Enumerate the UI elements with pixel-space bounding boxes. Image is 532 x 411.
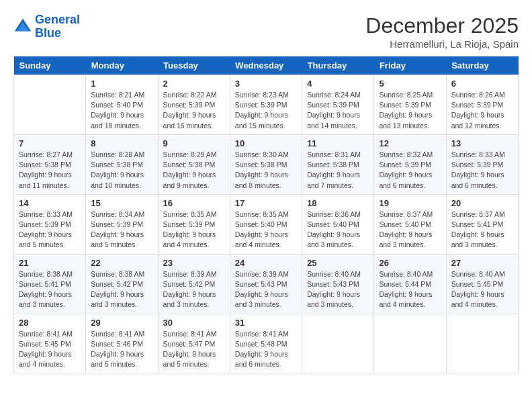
day-header-wednesday: Wednesday	[230, 56, 302, 75]
header-row: SundayMondayTuesdayWednesdayThursdayFrid…	[14, 56, 519, 75]
calendar-cell: 15Sunrise: 8:34 AM Sunset: 5:39 PM Dayli…	[86, 194, 158, 254]
calendar-cell: 7Sunrise: 8:27 AM Sunset: 5:38 PM Daylig…	[14, 134, 86, 194]
day-number: 19	[379, 198, 441, 208]
logo-text: General Blue	[35, 13, 80, 40]
day-header-sunday: Sunday	[14, 56, 86, 75]
day-number: 22	[91, 258, 152, 268]
cell-info: Sunrise: 8:34 AM Sunset: 5:39 PM Dayligh…	[91, 210, 152, 250]
day-number: 31	[235, 318, 297, 328]
calendar-cell: 22Sunrise: 8:38 AM Sunset: 5:42 PM Dayli…	[86, 254, 158, 314]
calendar-cell: 31Sunrise: 8:41 AM Sunset: 5:48 PM Dayli…	[230, 314, 302, 373]
calendar-cell: 27Sunrise: 8:40 AM Sunset: 5:45 PM Dayli…	[446, 254, 518, 314]
day-number: 1	[91, 79, 152, 89]
calendar-cell: 30Sunrise: 8:41 AM Sunset: 5:47 PM Dayli…	[158, 314, 230, 373]
day-number: 4	[307, 79, 369, 89]
day-number: 17	[235, 198, 297, 208]
day-header-tuesday: Tuesday	[158, 56, 230, 75]
cell-info: Sunrise: 8:33 AM Sunset: 5:39 PM Dayligh…	[19, 210, 81, 250]
calendar-cell: 28Sunrise: 8:41 AM Sunset: 5:45 PM Dayli…	[14, 314, 86, 373]
cell-info: Sunrise: 8:38 AM Sunset: 5:42 PM Dayligh…	[91, 269, 152, 310]
day-number: 12	[379, 138, 441, 148]
day-number: 10	[235, 138, 297, 148]
calendar-cell: 10Sunrise: 8:30 AM Sunset: 5:38 PM Dayli…	[230, 134, 302, 194]
cell-info: Sunrise: 8:30 AM Sunset: 5:38 PM Dayligh…	[235, 150, 297, 191]
cell-info: Sunrise: 8:27 AM Sunset: 5:38 PM Dayligh…	[19, 150, 81, 191]
day-number: 24	[235, 258, 297, 268]
calendar-cell: 11Sunrise: 8:31 AM Sunset: 5:38 PM Dayli…	[302, 134, 374, 194]
day-number: 11	[307, 138, 369, 148]
cell-info: Sunrise: 8:37 AM Sunset: 5:40 PM Dayligh…	[379, 210, 441, 250]
cell-info: Sunrise: 8:32 AM Sunset: 5:39 PM Dayligh…	[379, 150, 441, 191]
calendar-cell: 14Sunrise: 8:33 AM Sunset: 5:39 PM Dayli…	[14, 194, 86, 254]
calendar-cell	[374, 314, 446, 373]
cell-info: Sunrise: 8:33 AM Sunset: 5:39 PM Dayligh…	[451, 150, 513, 191]
calendar-cell: 26Sunrise: 8:40 AM Sunset: 5:44 PM Dayli…	[374, 254, 446, 314]
cell-info: Sunrise: 8:24 AM Sunset: 5:39 PM Dayligh…	[307, 90, 369, 131]
day-number: 25	[307, 258, 369, 268]
cell-info: Sunrise: 8:41 AM Sunset: 5:48 PM Dayligh…	[235, 329, 297, 370]
calendar-cell: 16Sunrise: 8:35 AM Sunset: 5:39 PM Dayli…	[158, 194, 230, 254]
day-number: 14	[19, 198, 81, 208]
calendar-cell: 12Sunrise: 8:32 AM Sunset: 5:39 PM Dayli…	[374, 134, 446, 194]
cell-info: Sunrise: 8:23 AM Sunset: 5:39 PM Dayligh…	[235, 90, 297, 131]
cell-info: Sunrise: 8:41 AM Sunset: 5:46 PM Dayligh…	[91, 329, 152, 370]
cell-info: Sunrise: 8:31 AM Sunset: 5:38 PM Dayligh…	[307, 150, 369, 191]
week-row-4: 21Sunrise: 8:38 AM Sunset: 5:41 PM Dayli…	[14, 254, 519, 314]
calendar-cell: 1Sunrise: 8:21 AM Sunset: 5:40 PM Daylig…	[86, 75, 158, 135]
page-header: General Blue December 2025 Herramelluri,…	[13, 13, 519, 50]
cell-info: Sunrise: 8:25 AM Sunset: 5:39 PM Dayligh…	[379, 90, 441, 131]
title-section: December 2025 Herramelluri, La Rioja, Sp…	[365, 13, 519, 50]
cell-info: Sunrise: 8:28 AM Sunset: 5:38 PM Dayligh…	[91, 150, 152, 191]
day-number: 9	[163, 138, 225, 148]
logo-line1: General	[35, 13, 80, 26]
day-header-saturday: Saturday	[446, 56, 518, 75]
day-number: 20	[451, 198, 513, 208]
cell-info: Sunrise: 8:29 AM Sunset: 5:38 PM Dayligh…	[163, 150, 225, 191]
calendar-cell: 24Sunrise: 8:39 AM Sunset: 5:43 PM Dayli…	[230, 254, 302, 314]
day-number: 7	[19, 138, 81, 148]
day-header-friday: Friday	[374, 56, 446, 75]
calendar-cell	[446, 314, 518, 373]
calendar-cell: 20Sunrise: 8:37 AM Sunset: 5:41 PM Dayli…	[446, 194, 518, 254]
calendar-table: SundayMondayTuesdayWednesdayThursdayFrid…	[13, 56, 519, 373]
day-number: 6	[451, 79, 513, 89]
week-row-3: 14Sunrise: 8:33 AM Sunset: 5:39 PM Dayli…	[14, 194, 519, 254]
day-number: 18	[307, 198, 369, 208]
calendar-cell: 13Sunrise: 8:33 AM Sunset: 5:39 PM Dayli…	[446, 134, 518, 194]
day-number: 26	[379, 258, 441, 268]
calendar-cell: 18Sunrise: 8:36 AM Sunset: 5:40 PM Dayli…	[302, 194, 374, 254]
cell-info: Sunrise: 8:39 AM Sunset: 5:43 PM Dayligh…	[235, 269, 297, 310]
cell-info: Sunrise: 8:35 AM Sunset: 5:40 PM Dayligh…	[235, 210, 297, 250]
logo-line2: Blue	[35, 26, 61, 40]
calendar-cell	[14, 75, 86, 135]
calendar-cell: 29Sunrise: 8:41 AM Sunset: 5:46 PM Dayli…	[86, 314, 158, 373]
day-number: 3	[235, 79, 297, 89]
cell-info: Sunrise: 8:41 AM Sunset: 5:47 PM Dayligh…	[163, 329, 225, 370]
month-title: December 2025	[365, 13, 519, 38]
cell-info: Sunrise: 8:40 AM Sunset: 5:43 PM Dayligh…	[307, 269, 369, 310]
calendar-cell: 3Sunrise: 8:23 AM Sunset: 5:39 PM Daylig…	[230, 75, 302, 135]
calendar-cell: 9Sunrise: 8:29 AM Sunset: 5:38 PM Daylig…	[158, 134, 230, 194]
day-number: 27	[451, 258, 513, 268]
day-number: 2	[163, 79, 225, 89]
logo-icon	[13, 17, 32, 36]
calendar-cell: 8Sunrise: 8:28 AM Sunset: 5:38 PM Daylig…	[86, 134, 158, 194]
location: Herramelluri, La Rioja, Spain	[365, 38, 519, 50]
calendar-cell	[302, 314, 374, 373]
calendar-cell: 2Sunrise: 8:22 AM Sunset: 5:39 PM Daylig…	[158, 75, 230, 135]
cell-info: Sunrise: 8:37 AM Sunset: 5:41 PM Dayligh…	[451, 210, 513, 250]
calendar-cell: 17Sunrise: 8:35 AM Sunset: 5:40 PM Dayli…	[230, 194, 302, 254]
day-number: 30	[163, 318, 225, 328]
cell-info: Sunrise: 8:36 AM Sunset: 5:40 PM Dayligh…	[307, 210, 369, 250]
cell-info: Sunrise: 8:21 AM Sunset: 5:40 PM Dayligh…	[91, 90, 152, 131]
day-number: 23	[163, 258, 225, 268]
cell-info: Sunrise: 8:39 AM Sunset: 5:42 PM Dayligh…	[163, 269, 225, 310]
day-number: 5	[379, 79, 441, 89]
cell-info: Sunrise: 8:22 AM Sunset: 5:39 PM Dayligh…	[163, 90, 225, 131]
day-number: 28	[19, 318, 81, 328]
cell-info: Sunrise: 8:41 AM Sunset: 5:45 PM Dayligh…	[19, 329, 81, 370]
cell-info: Sunrise: 8:35 AM Sunset: 5:39 PM Dayligh…	[163, 210, 225, 250]
week-row-5: 28Sunrise: 8:41 AM Sunset: 5:45 PM Dayli…	[14, 314, 519, 373]
day-number: 29	[91, 318, 152, 328]
day-header-thursday: Thursday	[302, 56, 374, 75]
